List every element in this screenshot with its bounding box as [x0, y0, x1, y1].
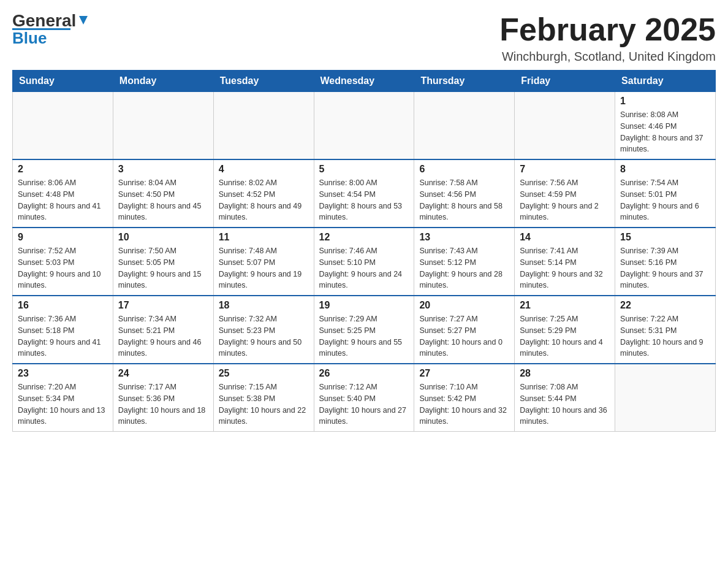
day-info: Sunrise: 8:00 AMSunset: 4:54 PMDaylight:…: [319, 177, 409, 223]
table-row: 12Sunrise: 7:46 AMSunset: 5:10 PMDayligh…: [314, 228, 414, 296]
col-monday: Monday: [113, 71, 213, 92]
day-info: Sunrise: 8:08 AMSunset: 4:46 PMDaylight:…: [620, 109, 710, 155]
day-number: 16: [18, 300, 108, 311]
day-number: 17: [118, 300, 208, 311]
table-row: 16Sunrise: 7:36 AMSunset: 5:18 PMDayligh…: [13, 296, 113, 364]
week-row-2: 2Sunrise: 8:06 AMSunset: 4:48 PMDaylight…: [13, 159, 716, 228]
col-saturday: Saturday: [615, 71, 716, 92]
day-info: Sunrise: 8:04 AMSunset: 4:50 PMDaylight:…: [118, 177, 208, 223]
logo-triangle-icon: [77, 13, 90, 27]
day-number: 12: [319, 232, 409, 243]
table-row: 28Sunrise: 7:08 AMSunset: 5:44 PMDayligh…: [515, 364, 615, 432]
table-row: 14Sunrise: 7:41 AMSunset: 5:14 PMDayligh…: [515, 228, 615, 296]
day-number: 3: [118, 164, 208, 175]
day-number: 25: [219, 368, 309, 379]
day-number: 8: [620, 164, 710, 175]
day-number: 10: [118, 232, 208, 243]
day-number: 13: [419, 232, 509, 243]
day-info: Sunrise: 7:41 AMSunset: 5:14 PMDaylight:…: [520, 245, 610, 291]
day-info: Sunrise: 7:36 AMSunset: 5:18 PMDaylight:…: [18, 313, 108, 359]
week-row-4: 16Sunrise: 7:36 AMSunset: 5:18 PMDayligh…: [13, 296, 716, 364]
day-number: 28: [520, 368, 610, 379]
calendar-header-row: Sunday Monday Tuesday Wednesday Thursday…: [13, 71, 716, 92]
col-wednesday: Wednesday: [314, 71, 414, 92]
table-row: [515, 92, 615, 160]
day-info: Sunrise: 7:25 AMSunset: 5:29 PMDaylight:…: [520, 313, 610, 359]
table-row: 23Sunrise: 7:20 AMSunset: 5:34 PMDayligh…: [13, 364, 113, 432]
day-info: Sunrise: 7:46 AMSunset: 5:10 PMDaylight:…: [319, 245, 409, 291]
table-row: 13Sunrise: 7:43 AMSunset: 5:12 PMDayligh…: [414, 228, 515, 296]
table-row: 25Sunrise: 7:15 AMSunset: 5:38 PMDayligh…: [213, 364, 314, 432]
day-info: Sunrise: 7:39 AMSunset: 5:16 PMDaylight:…: [620, 245, 710, 291]
day-info: Sunrise: 7:52 AMSunset: 5:03 PMDaylight:…: [18, 245, 108, 291]
day-number: 23: [18, 368, 108, 379]
day-number: 1: [620, 96, 710, 107]
col-sunday: Sunday: [13, 71, 113, 92]
day-info: Sunrise: 8:02 AMSunset: 4:52 PMDaylight:…: [219, 177, 309, 223]
table-row: 6Sunrise: 7:58 AMSunset: 4:56 PMDaylight…: [414, 159, 515, 228]
day-number: 2: [18, 164, 108, 175]
table-row: 10Sunrise: 7:50 AMSunset: 5:05 PMDayligh…: [113, 228, 213, 296]
day-info: Sunrise: 7:56 AMSunset: 4:59 PMDaylight:…: [520, 177, 610, 223]
day-info: Sunrise: 7:27 AMSunset: 5:27 PMDaylight:…: [419, 313, 509, 359]
day-number: 9: [18, 232, 108, 243]
table-row: [113, 92, 213, 160]
week-row-5: 23Sunrise: 7:20 AMSunset: 5:34 PMDayligh…: [13, 364, 716, 432]
day-info: Sunrise: 7:50 AMSunset: 5:05 PMDaylight:…: [118, 245, 208, 291]
day-info: Sunrise: 7:17 AMSunset: 5:36 PMDaylight:…: [118, 381, 208, 427]
day-number: 19: [319, 300, 409, 311]
col-tuesday: Tuesday: [213, 71, 314, 92]
logo: General Blue: [12, 12, 90, 46]
table-row: [13, 92, 113, 160]
day-info: Sunrise: 7:22 AMSunset: 5:31 PMDaylight:…: [620, 313, 710, 359]
day-number: 20: [419, 300, 509, 311]
week-row-1: 1Sunrise: 8:08 AMSunset: 4:46 PMDaylight…: [13, 92, 716, 160]
day-number: 15: [620, 232, 710, 243]
table-row: 18Sunrise: 7:32 AMSunset: 5:23 PMDayligh…: [213, 296, 314, 364]
title-block: February 2025 Winchburgh, Scotland, Unit…: [499, 12, 716, 64]
day-number: 24: [118, 368, 208, 379]
day-number: 5: [319, 164, 409, 175]
table-row: 15Sunrise: 7:39 AMSunset: 5:16 PMDayligh…: [615, 228, 716, 296]
col-thursday: Thursday: [414, 71, 515, 92]
table-row: 1Sunrise: 8:08 AMSunset: 4:46 PMDaylight…: [615, 92, 716, 160]
table-row: 21Sunrise: 7:25 AMSunset: 5:29 PMDayligh…: [515, 296, 615, 364]
day-info: Sunrise: 7:10 AMSunset: 5:42 PMDaylight:…: [419, 381, 509, 427]
day-number: 21: [520, 300, 610, 311]
month-title: February 2025: [499, 12, 716, 47]
day-number: 4: [219, 164, 309, 175]
table-row: [414, 92, 515, 160]
day-info: Sunrise: 7:29 AMSunset: 5:25 PMDaylight:…: [319, 313, 409, 359]
col-friday: Friday: [515, 71, 615, 92]
day-number: 11: [219, 232, 309, 243]
table-row: 22Sunrise: 7:22 AMSunset: 5:31 PMDayligh…: [615, 296, 716, 364]
day-number: 18: [219, 300, 309, 311]
table-row: [213, 92, 314, 160]
day-number: 6: [419, 164, 509, 175]
svg-marker-0: [79, 16, 88, 25]
day-info: Sunrise: 7:08 AMSunset: 5:44 PMDaylight:…: [520, 381, 610, 427]
table-row: 24Sunrise: 7:17 AMSunset: 5:36 PMDayligh…: [113, 364, 213, 432]
table-row: 5Sunrise: 8:00 AMSunset: 4:54 PMDaylight…: [314, 159, 414, 228]
day-info: Sunrise: 7:48 AMSunset: 5:07 PMDaylight:…: [219, 245, 309, 291]
day-info: Sunrise: 7:34 AMSunset: 5:21 PMDaylight:…: [118, 313, 208, 359]
table-row: 26Sunrise: 7:12 AMSunset: 5:40 PMDayligh…: [314, 364, 414, 432]
calendar-table: Sunday Monday Tuesday Wednesday Thursday…: [12, 70, 716, 432]
day-info: Sunrise: 7:12 AMSunset: 5:40 PMDaylight:…: [319, 381, 409, 427]
day-info: Sunrise: 7:15 AMSunset: 5:38 PMDaylight:…: [219, 381, 309, 427]
day-number: 27: [419, 368, 509, 379]
table-row: [314, 92, 414, 160]
day-number: 7: [520, 164, 610, 175]
day-info: Sunrise: 7:32 AMSunset: 5:23 PMDaylight:…: [219, 313, 309, 359]
table-row: 11Sunrise: 7:48 AMSunset: 5:07 PMDayligh…: [213, 228, 314, 296]
table-row: [615, 364, 716, 432]
table-row: 7Sunrise: 7:56 AMSunset: 4:59 PMDaylight…: [515, 159, 615, 228]
logo-blue: Blue: [12, 29, 47, 47]
page-header: General Blue February 2025 Winchburgh, S…: [12, 12, 716, 64]
location: Winchburgh, Scotland, United Kingdom: [499, 50, 716, 64]
day-number: 26: [319, 368, 409, 379]
day-info: Sunrise: 7:58 AMSunset: 4:56 PMDaylight:…: [419, 177, 509, 223]
table-row: 3Sunrise: 8:04 AMSunset: 4:50 PMDaylight…: [113, 159, 213, 228]
table-row: 8Sunrise: 7:54 AMSunset: 5:01 PMDaylight…: [615, 159, 716, 228]
week-row-3: 9Sunrise: 7:52 AMSunset: 5:03 PMDaylight…: [13, 228, 716, 296]
